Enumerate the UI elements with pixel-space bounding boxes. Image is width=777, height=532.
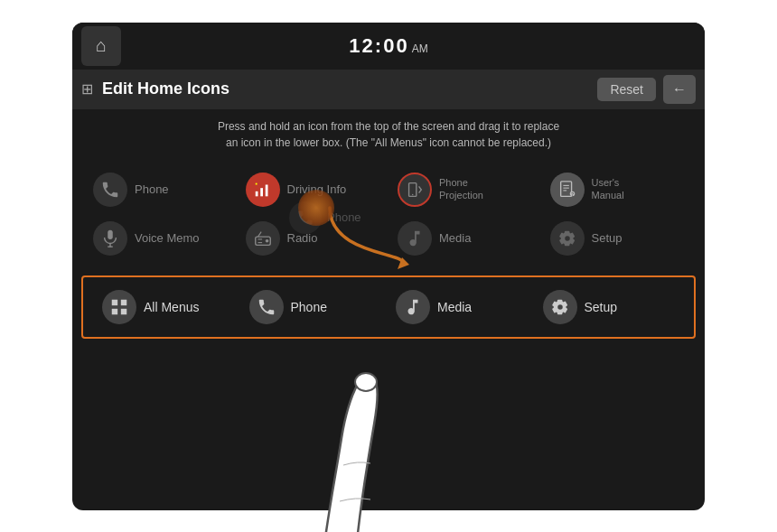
dock-media-icon — [396, 290, 430, 324]
svg-rect-20 — [112, 299, 117, 304]
header-left: ⊞ Edit Home Icons — [81, 79, 229, 98]
grid-icon: ⊞ — [81, 80, 93, 98]
dock-item-all-menus[interactable]: All Menus — [97, 283, 240, 331]
dock-item-phone[interactable]: Phone — [244, 283, 388, 331]
page-title: Edit Home Icons — [102, 79, 229, 98]
clock-time: 12:00 — [349, 34, 408, 58]
dock-phone-label: Phone — [291, 300, 327, 314]
main-screen: ⌂ 12:00 AM ⊞ Edit Home Icons Reset ← Pre… — [72, 23, 705, 510]
driving-info-label: Driving Info — [287, 182, 347, 197]
setup-label: Setup — [592, 231, 623, 246]
svg-rect-1 — [260, 188, 263, 196]
reset-button[interactable]: Reset — [597, 78, 656, 101]
home-icon: ⌂ — [96, 35, 107, 56]
all-menus-label: All Menus — [144, 300, 199, 314]
top-bar: ⌂ 12:00 AM — [72, 23, 705, 70]
icon-item-media[interactable]: Media — [390, 216, 539, 261]
bottom-dock: All Menus Phone Media Setup — [81, 275, 696, 339]
icon-item-voice-memo[interactable]: Voice Memo — [86, 216, 235, 261]
instruction-line2: an icon in the lower box. (The "All Menu… — [90, 135, 687, 151]
voice-memo-icon-circle — [93, 221, 127, 256]
hand-illustration — [235, 348, 488, 533]
dock-item-media[interactable]: Media — [390, 283, 534, 331]
phone-projection-icon-circle — [398, 173, 432, 207]
dock-item-setup[interactable]: Setup — [538, 283, 681, 331]
icon-item-phone-projection[interactable]: PhoneProjection — [390, 167, 539, 212]
dock-setup-label: Setup — [585, 300, 618, 314]
home-button[interactable]: ⌂ — [81, 26, 121, 66]
clock-display: 12:00 AM — [349, 34, 427, 58]
back-button[interactable]: ← — [663, 75, 696, 104]
svg-point-25 — [355, 373, 377, 391]
dock-setup-icon — [543, 290, 577, 324]
radio-icon-circle — [246, 221, 280, 256]
icon-item-phone[interactable]: Phone — [86, 167, 235, 212]
back-icon: ← — [672, 81, 687, 98]
clock-ampm: AM — [412, 42, 428, 55]
svg-rect-21 — [121, 299, 126, 304]
svg-rect-23 — [121, 308, 126, 313]
svg-rect-22 — [112, 308, 117, 313]
setup-icon-circle — [550, 221, 585, 256]
svg-point-16 — [265, 238, 268, 242]
svg-rect-2 — [265, 184, 267, 196]
phone-projection-label: PhoneProjection — [439, 177, 483, 201]
instruction-line1: Press and hold an icon from the top of t… — [90, 118, 687, 135]
svg-rect-0 — [255, 191, 257, 196]
header-bar: ⊞ Edit Home Icons Reset ← — [72, 70, 705, 109]
radio-label: Radio — [287, 231, 318, 246]
svg-rect-3 — [255, 182, 257, 184]
svg-text:?: ? — [571, 191, 574, 196]
media-label: Media — [439, 231, 471, 246]
users-manual-icon-circle: ? — [550, 173, 585, 207]
icon-item-radio[interactable]: Radio — [239, 216, 388, 261]
instruction-bar: Press and hold an icon from the top of t… — [72, 109, 705, 160]
icon-grid: Phone Driving Info PhoneProjection ? Use… — [72, 160, 705, 268]
icon-item-setup[interactable]: Setup — [543, 216, 692, 261]
icon-item-driving-info[interactable]: Driving Info — [239, 167, 388, 212]
header-right: Reset ← — [597, 75, 696, 104]
voice-memo-label: Voice Memo — [135, 231, 200, 246]
media-icon-circle — [398, 221, 432, 256]
phone-icon-circle — [93, 173, 127, 207]
svg-rect-12 — [108, 229, 113, 238]
svg-point-5 — [412, 193, 413, 194]
users-manual-label: User'sManual — [592, 177, 624, 201]
dock-phone-icon — [249, 290, 284, 324]
icon-item-users-manual[interactable]: ? User'sManual — [543, 167, 692, 212]
driving-info-icon-circle — [246, 173, 280, 207]
phone-label: Phone — [135, 182, 169, 197]
dock-media-label: Media — [437, 300, 472, 314]
all-menus-icon — [102, 290, 136, 324]
